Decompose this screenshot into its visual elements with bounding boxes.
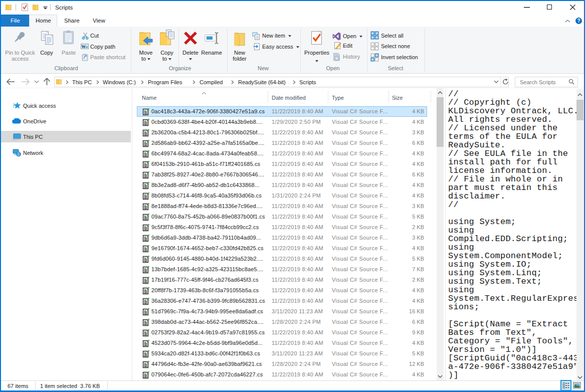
svg-text:W: W — [82, 44, 86, 49]
